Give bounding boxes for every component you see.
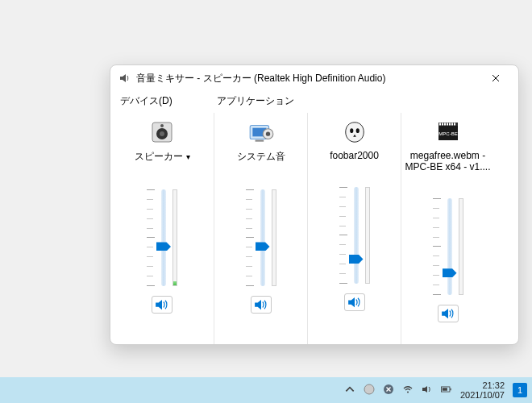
svg-point-23	[407, 391, 409, 393]
slider-ticks	[147, 189, 155, 286]
volume-mixer-window: 音量ミキサー - スピーカー (Realtek High Definition …	[110, 64, 519, 345]
app-level-meter	[272, 189, 276, 286]
svg-point-3	[160, 124, 164, 127]
svg-point-21	[364, 384, 374, 394]
device-channel: スピーカー ▾	[117, 113, 207, 314]
app-channel: foobar2000	[307, 113, 401, 344]
applications-section-label: アプリケーション	[214, 93, 518, 113]
application-channels-container[interactable]: システム音 foobar2000	[214, 113, 518, 344]
app-level-meter	[459, 198, 463, 295]
app-icon[interactable]	[340, 118, 369, 147]
svg-rect-6	[255, 140, 264, 142]
tray-volume-icon[interactable]	[422, 384, 433, 397]
notification-badge[interactable]: 1	[513, 383, 527, 397]
app-volume-slider[interactable]	[256, 189, 270, 286]
app-volume-slider[interactable]	[443, 198, 457, 295]
app-level-meter	[365, 187, 370, 284]
device-mute-button[interactable]	[152, 296, 172, 314]
slider-thumb[interactable]	[256, 242, 270, 251]
svg-point-8	[265, 131, 269, 135]
slider-thumb[interactable]	[349, 255, 364, 264]
svg-point-10	[355, 128, 359, 133]
slider-ticks	[246, 189, 254, 286]
device-name-label: スピーカー	[135, 150, 183, 164]
device-section: デバイス(D) スピーカー ▾	[110, 93, 214, 344]
svg-rect-25	[450, 388, 451, 390]
clock-time: 21:32	[460, 380, 505, 390]
clock-date: 2021/10/07	[460, 390, 505, 400]
svg-rect-13	[439, 123, 441, 126]
app-icon[interactable]	[247, 118, 276, 147]
system-tray	[344, 384, 452, 397]
slider-thumb[interactable]	[443, 268, 457, 277]
close-button[interactable]	[480, 67, 512, 89]
tray-shield-icon[interactable]	[364, 384, 375, 397]
applications-section: アプリケーション システム音 foobar2000	[214, 93, 518, 344]
tray-wifi-icon[interactable]	[402, 384, 414, 397]
slider-ticks	[433, 198, 441, 295]
device-slider-area	[147, 180, 177, 286]
tray-x-icon[interactable]	[383, 384, 394, 397]
chevron-down-icon: ▾	[186, 152, 190, 161]
device-section-label: デバイス(D)	[117, 93, 207, 113]
svg-point-9	[350, 128, 353, 133]
window-title: 音量ミキサー - スピーカー (Realtek High Definition …	[136, 72, 480, 85]
app-name-label[interactable]: foobar2000	[330, 150, 379, 161]
taskbar-clock[interactable]: 21:32 2021/10/07	[460, 380, 505, 400]
app-mute-button[interactable]	[344, 293, 365, 311]
app-channel: システム音	[214, 113, 307, 344]
svg-rect-19	[454, 123, 455, 126]
svg-point-2	[160, 131, 164, 136]
tray-battery-icon[interactable]	[441, 384, 452, 397]
svg-rect-16	[447, 123, 448, 126]
app-icon[interactable]: MPC-BE	[434, 118, 463, 147]
tray-chevron-up-icon[interactable]	[344, 384, 355, 397]
app-volume-slider[interactable]	[349, 187, 364, 284]
device-volume-slider[interactable]	[156, 189, 171, 286]
titlebar[interactable]: 音量ミキサー - スピーカー (Realtek High Definition …	[110, 65, 518, 91]
taskbar[interactable]: 21:32 2021/10/07 1	[0, 377, 532, 403]
svg-text:MPC-BE: MPC-BE	[438, 131, 457, 136]
app-slider-area	[433, 189, 463, 295]
app-slider-area	[339, 177, 370, 284]
app-name-label[interactable]: システム音	[237, 150, 285, 164]
speaker-icon	[118, 72, 131, 85]
app-name-label[interactable]: megafree.webm - MPC-BE x64 - v1....	[405, 150, 491, 172]
svg-rect-17	[449, 123, 451, 126]
svg-rect-14	[442, 123, 443, 126]
speaker-device-icon[interactable]	[148, 118, 177, 147]
svg-rect-18	[451, 123, 453, 126]
device-level-meter	[172, 189, 177, 286]
svg-rect-15	[444, 123, 446, 126]
mixer-body: デバイス(D) スピーカー ▾	[110, 91, 518, 344]
app-channel: MPC-BE megafree.webm - MPC-BE x64 - v1..…	[401, 113, 494, 344]
slider-thumb[interactable]	[156, 242, 171, 251]
app-mute-button[interactable]	[438, 305, 459, 322]
device-name-dropdown[interactable]: スピーカー ▾	[135, 150, 190, 164]
slider-ticks	[339, 187, 347, 284]
app-mute-button[interactable]	[251, 296, 272, 314]
app-slider-area	[246, 180, 276, 286]
svg-rect-26	[443, 388, 447, 391]
